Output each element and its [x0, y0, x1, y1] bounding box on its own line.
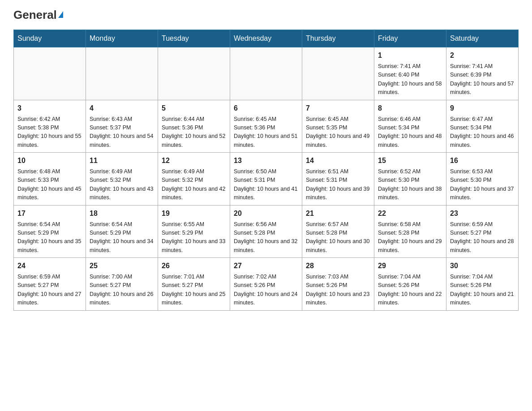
- calendar-week-4: 17Sunrise: 6:54 AMSunset: 5:29 PMDayligh…: [14, 205, 519, 258]
- day-info: Sunrise: 6:49 AMSunset: 5:32 PMDaylight:…: [162, 167, 226, 202]
- calendar-cell: 4Sunrise: 6:43 AMSunset: 5:37 PMDaylight…: [86, 100, 158, 153]
- calendar-cell: 23Sunrise: 6:59 AMSunset: 5:27 PMDayligh…: [446, 205, 519, 258]
- day-info: Sunrise: 6:59 AMSunset: 5:27 PMDaylight:…: [17, 273, 82, 308]
- calendar-week-5: 24Sunrise: 6:59 AMSunset: 5:27 PMDayligh…: [14, 258, 519, 311]
- day-info: Sunrise: 6:54 AMSunset: 5:29 PMDaylight:…: [17, 220, 82, 255]
- calendar-cell: [14, 47, 86, 100]
- day-number: 22: [378, 208, 442, 219]
- calendar-cell: 1Sunrise: 7:41 AMSunset: 6:40 PMDaylight…: [374, 47, 446, 100]
- calendar-cell: 10Sunrise: 6:48 AMSunset: 5:33 PMDayligh…: [14, 153, 86, 206]
- day-info: Sunrise: 6:51 AMSunset: 5:31 PMDaylight:…: [306, 167, 370, 202]
- calendar-cell: 19Sunrise: 6:55 AMSunset: 5:29 PMDayligh…: [158, 205, 230, 258]
- day-info: Sunrise: 6:57 AMSunset: 5:28 PMDaylight:…: [306, 220, 370, 255]
- calendar-cell: 20Sunrise: 6:56 AMSunset: 5:28 PMDayligh…: [230, 205, 302, 258]
- day-number: 1: [378, 50, 442, 61]
- day-number: 17: [17, 208, 82, 219]
- calendar-cell: 24Sunrise: 6:59 AMSunset: 5:27 PMDayligh…: [14, 258, 86, 311]
- calendar-week-2: 3Sunrise: 6:42 AMSunset: 5:38 PMDaylight…: [14, 100, 519, 153]
- calendar-week-3: 10Sunrise: 6:48 AMSunset: 5:33 PMDayligh…: [14, 153, 519, 206]
- calendar-cell: [86, 47, 158, 100]
- day-info: Sunrise: 7:03 AMSunset: 5:26 PMDaylight:…: [306, 273, 370, 308]
- day-number: 10: [17, 155, 82, 166]
- calendar-cell: 7Sunrise: 6:45 AMSunset: 5:35 PMDaylight…: [302, 100, 374, 153]
- day-number: 26: [162, 261, 226, 271]
- day-info: Sunrise: 6:52 AMSunset: 5:30 PMDaylight:…: [378, 167, 442, 202]
- day-info: Sunrise: 6:59 AMSunset: 5:27 PMDaylight:…: [450, 220, 515, 255]
- weekday-header-sunday: Sunday: [14, 30, 86, 47]
- calendar-cell: 30Sunrise: 7:04 AMSunset: 5:26 PMDayligh…: [446, 258, 519, 311]
- day-info: Sunrise: 7:41 AMSunset: 6:39 PMDaylight:…: [450, 62, 515, 97]
- day-number: 11: [90, 155, 154, 166]
- day-info: Sunrise: 6:44 AMSunset: 5:36 PMDaylight:…: [162, 115, 226, 150]
- day-number: 16: [450, 155, 515, 166]
- day-info: Sunrise: 6:45 AMSunset: 5:35 PMDaylight:…: [306, 115, 370, 150]
- calendar-cell: 15Sunrise: 6:52 AMSunset: 5:30 PMDayligh…: [374, 153, 446, 206]
- day-info: Sunrise: 7:41 AMSunset: 6:40 PMDaylight:…: [378, 62, 442, 97]
- day-number: 5: [162, 103, 226, 114]
- calendar-cell: 26Sunrise: 7:01 AMSunset: 5:27 PMDayligh…: [158, 258, 230, 311]
- day-info: Sunrise: 6:48 AMSunset: 5:33 PMDaylight:…: [17, 167, 82, 202]
- weekday-header-tuesday: Tuesday: [158, 30, 230, 47]
- calendar-cell: 17Sunrise: 6:54 AMSunset: 5:29 PMDayligh…: [14, 205, 86, 258]
- day-number: 30: [450, 261, 515, 271]
- calendar-cell: [158, 47, 230, 100]
- calendar-cell: 18Sunrise: 6:54 AMSunset: 5:29 PMDayligh…: [86, 205, 158, 258]
- day-number: 4: [90, 103, 154, 114]
- day-info: Sunrise: 6:43 AMSunset: 5:37 PMDaylight:…: [90, 115, 154, 150]
- weekday-header-friday: Friday: [374, 30, 446, 47]
- day-number: 25: [90, 261, 154, 271]
- day-number: 3: [17, 103, 82, 114]
- calendar-cell: 16Sunrise: 6:53 AMSunset: 5:30 PMDayligh…: [446, 153, 519, 206]
- calendar-cell: 3Sunrise: 6:42 AMSunset: 5:38 PMDaylight…: [14, 100, 86, 153]
- day-info: Sunrise: 7:04 AMSunset: 5:26 PMDaylight:…: [378, 273, 442, 308]
- calendar-header-row: SundayMondayTuesdayWednesdayThursdayFrid…: [14, 30, 519, 47]
- day-info: Sunrise: 6:50 AMSunset: 5:31 PMDaylight:…: [234, 167, 298, 202]
- calendar-cell: 12Sunrise: 6:49 AMSunset: 5:32 PMDayligh…: [158, 153, 230, 206]
- day-number: 24: [17, 261, 82, 271]
- day-number: 13: [234, 155, 298, 166]
- calendar-cell: 29Sunrise: 7:04 AMSunset: 5:26 PMDayligh…: [374, 258, 446, 311]
- day-info: Sunrise: 6:45 AMSunset: 5:36 PMDaylight:…: [234, 115, 298, 150]
- day-number: 14: [306, 155, 370, 166]
- day-number: 9: [450, 103, 515, 114]
- day-info: Sunrise: 6:42 AMSunset: 5:38 PMDaylight:…: [17, 115, 82, 150]
- day-number: 7: [306, 103, 370, 114]
- day-number: 28: [306, 261, 370, 271]
- calendar-cell: 13Sunrise: 6:50 AMSunset: 5:31 PMDayligh…: [230, 153, 302, 206]
- calendar-cell: 6Sunrise: 6:45 AMSunset: 5:36 PMDaylight…: [230, 100, 302, 153]
- day-number: 12: [162, 155, 226, 166]
- day-number: 6: [234, 103, 298, 114]
- calendar-cell: 14Sunrise: 6:51 AMSunset: 5:31 PMDayligh…: [302, 153, 374, 206]
- day-number: 18: [90, 208, 154, 219]
- calendar-cell: [230, 47, 302, 100]
- logo-general-text: General: [13, 9, 63, 21]
- day-number: 20: [234, 208, 298, 219]
- calendar-cell: 22Sunrise: 6:58 AMSunset: 5:28 PMDayligh…: [374, 205, 446, 258]
- day-info: Sunrise: 7:04 AMSunset: 5:26 PMDaylight:…: [450, 273, 515, 308]
- calendar-table: SundayMondayTuesdayWednesdayThursdayFrid…: [13, 30, 519, 311]
- day-info: Sunrise: 6:56 AMSunset: 5:28 PMDaylight:…: [234, 220, 298, 255]
- day-number: 2: [450, 50, 515, 61]
- day-info: Sunrise: 6:53 AMSunset: 5:30 PMDaylight:…: [450, 167, 515, 202]
- day-info: Sunrise: 7:02 AMSunset: 5:26 PMDaylight:…: [234, 273, 298, 308]
- day-info: Sunrise: 6:49 AMSunset: 5:32 PMDaylight:…: [90, 167, 154, 202]
- calendar-cell: 27Sunrise: 7:02 AMSunset: 5:26 PMDayligh…: [230, 258, 302, 311]
- day-number: 15: [378, 155, 442, 166]
- day-number: 27: [234, 261, 298, 271]
- day-number: 8: [378, 103, 442, 114]
- page-header: General: [13, 9, 519, 21]
- calendar-cell: 5Sunrise: 6:44 AMSunset: 5:36 PMDaylight…: [158, 100, 230, 153]
- day-info: Sunrise: 6:54 AMSunset: 5:29 PMDaylight:…: [90, 220, 154, 255]
- logo: General: [13, 9, 63, 21]
- weekday-header-thursday: Thursday: [302, 30, 374, 47]
- calendar-cell: 21Sunrise: 6:57 AMSunset: 5:28 PMDayligh…: [302, 205, 374, 258]
- day-info: Sunrise: 7:00 AMSunset: 5:27 PMDaylight:…: [90, 273, 154, 308]
- logo-triangle-icon: [58, 11, 63, 18]
- weekday-header-monday: Monday: [86, 30, 158, 47]
- calendar-cell: 28Sunrise: 7:03 AMSunset: 5:26 PMDayligh…: [302, 258, 374, 311]
- day-info: Sunrise: 6:47 AMSunset: 5:34 PMDaylight:…: [450, 115, 515, 150]
- day-number: 23: [450, 208, 515, 219]
- calendar-cell: 25Sunrise: 7:00 AMSunset: 5:27 PMDayligh…: [86, 258, 158, 311]
- calendar-week-1: 1Sunrise: 7:41 AMSunset: 6:40 PMDaylight…: [14, 47, 519, 100]
- weekday-header-saturday: Saturday: [446, 30, 519, 47]
